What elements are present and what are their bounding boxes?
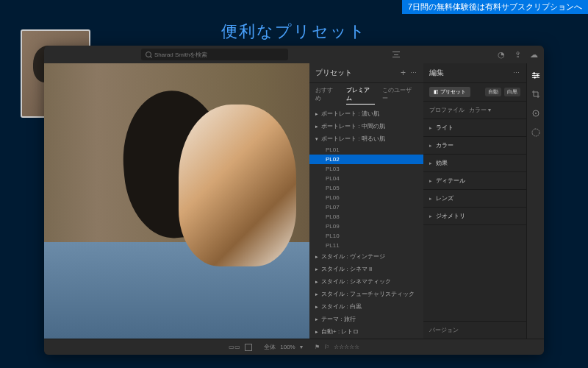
- caret-icon: ▸: [315, 266, 318, 272]
- auto-pill[interactable]: 自動: [485, 88, 501, 96]
- svg-point-4: [536, 74, 538, 77]
- bell-icon[interactable]: ◔: [497, 50, 506, 59]
- search-icon: [146, 52, 151, 57]
- app-window: Sharad Smithを検索 ◔ ⇪ ☁ プリセット + ⋯ おすすめプレミア…: [44, 46, 544, 355]
- caret-icon: ▸: [315, 124, 318, 130]
- heal-tool-icon[interactable]: [531, 109, 540, 118]
- edit-section[interactable]: ▸ライト: [423, 119, 526, 137]
- share-icon[interactable]: ⇪: [513, 50, 522, 59]
- caret-icon: ▸: [315, 291, 318, 297]
- right-toolbar: [526, 63, 544, 339]
- preset-group[interactable]: ▸スタイル : ヴィンテージ: [309, 250, 423, 263]
- preset-item[interactable]: PL11: [309, 241, 423, 250]
- preset-item[interactable]: PL01: [309, 145, 423, 155]
- rating-stars[interactable]: ☆☆☆☆☆: [334, 344, 359, 350]
- presets-panel: プリセット + ⋯ おすすめプレミアムこのユーザー ▸ポートレート : 濃い肌▸…: [309, 63, 423, 339]
- preset-group[interactable]: ▸スタイル : シネマ II: [309, 263, 423, 275]
- preset-item[interactable]: PL10: [309, 231, 423, 241]
- svg-point-8: [532, 129, 539, 136]
- svg-point-3: [533, 72, 535, 74]
- caret-icon: ▸: [429, 160, 432, 166]
- edit-tool-icon[interactable]: [531, 71, 540, 79]
- top-bar: Sharad Smithを検索 ◔ ⇪ ☁: [44, 46, 544, 63]
- caret-icon: ▸: [315, 329, 318, 335]
- profile-value[interactable]: カラー ▾: [469, 106, 491, 114]
- edit-panel: 編集 ⋯ ◧ プリセット 自動 白黒 プロファイル カラー ▾ ▸ライト▸カラー…: [423, 63, 526, 339]
- preset-item[interactable]: PL06: [309, 193, 423, 202]
- preset-tab[interactable]: このユーザー: [382, 86, 417, 105]
- search-placeholder: Sharad Smithを検索: [154, 51, 207, 59]
- edit-section[interactable]: ▸ディテール: [423, 172, 526, 190]
- presets-title: プリセット: [315, 68, 401, 78]
- caret-icon: ▸: [429, 125, 432, 131]
- profile-label: プロファイル: [429, 106, 465, 114]
- preset-tab[interactable]: おすすめ: [315, 86, 339, 105]
- mask-tool-icon[interactable]: [531, 128, 540, 137]
- preset-group[interactable]: ▸ポートレート : 中間の肌: [309, 120, 423, 132]
- filter-icon[interactable]: [392, 52, 400, 57]
- preset-group[interactable]: ▸自動+ : レトロ: [309, 325, 423, 338]
- zoom-fit-label[interactable]: 全体: [264, 343, 276, 351]
- preset-group[interactable]: ▸ポートレート : 濃い肌: [309, 107, 423, 120]
- preset-group[interactable]: ▾ポートレート : 明るい肌: [309, 132, 423, 145]
- preset-item[interactable]: PL08: [309, 212, 423, 222]
- preset-item[interactable]: PL03: [309, 164, 423, 174]
- preset-item[interactable]: PL04: [309, 174, 423, 183]
- search-input[interactable]: Sharad Smithを検索: [141, 49, 288, 60]
- caret-icon: ▸: [315, 316, 318, 322]
- preset-group[interactable]: ▸スタイル : フューチャリスティック: [309, 288, 423, 300]
- preset-item[interactable]: PL05: [309, 183, 423, 193]
- preset-group[interactable]: ▸テーマ : 旅行: [309, 313, 423, 325]
- bw-pill[interactable]: 白黒: [504, 88, 520, 96]
- caret-icon: ▸: [429, 196, 432, 202]
- trial-banner: 7日間の無料体験後は有料サブスクリプションへ: [402, 0, 588, 14]
- single-view-icon[interactable]: [245, 344, 252, 351]
- flag-pick-icon[interactable]: ⚑: [315, 344, 320, 350]
- svg-point-7: [535, 113, 537, 114]
- preset-group[interactable]: ▸スタイル : 白黒: [309, 300, 423, 313]
- edit-section[interactable]: ▸効果: [423, 155, 526, 172]
- filmstrip-icon[interactable]: ▭▭: [229, 344, 240, 350]
- preset-pill[interactable]: ◧ プリセット: [429, 87, 470, 97]
- preset-tab[interactable]: プレミアム: [346, 86, 376, 105]
- zoom-value[interactable]: 100%: [280, 344, 295, 350]
- caret-icon: ▸: [429, 143, 432, 149]
- preset-menu-icon[interactable]: ⋯: [410, 69, 417, 77]
- caret-icon: ▾: [315, 136, 318, 142]
- preset-tabs: おすすめプレミアムこのユーザー: [309, 83, 423, 107]
- add-preset-button[interactable]: +: [401, 68, 406, 78]
- preset-item[interactable]: PL02: [309, 155, 423, 164]
- preset-item[interactable]: PL07: [309, 202, 423, 212]
- edit-section[interactable]: ▸カラー: [423, 137, 526, 155]
- cloud-icon[interactable]: ☁: [529, 50, 538, 59]
- caret-icon: ▸: [429, 178, 432, 184]
- caret-icon: ▸: [429, 213, 432, 219]
- edit-section[interactable]: ▸レンズ: [423, 190, 526, 208]
- caret-icon: ▸: [315, 279, 318, 285]
- version-label[interactable]: バージョン: [423, 321, 526, 339]
- image-canvas[interactable]: [44, 63, 309, 339]
- bottom-bar: ▭▭ 全体 100% ▾ ⚑ ⚐ ☆☆☆☆☆: [44, 339, 544, 355]
- crop-tool-icon[interactable]: [531, 90, 540, 99]
- svg-point-5: [534, 76, 536, 78]
- edit-title: 編集: [429, 68, 513, 78]
- preset-group[interactable]: ▸スタイル : シネマティック: [309, 275, 423, 288]
- caret-icon: ▸: [315, 254, 318, 260]
- edit-section[interactable]: ▸ジオメトリ: [423, 208, 526, 225]
- preset-item[interactable]: PL09: [309, 222, 423, 231]
- flag-reject-icon[interactable]: ⚐: [324, 344, 329, 350]
- edit-menu-icon[interactable]: ⋯: [513, 69, 520, 77]
- caret-icon: ▸: [315, 111, 318, 117]
- caret-icon: ▸: [315, 304, 318, 310]
- zoom-dropdown-icon[interactable]: ▾: [300, 344, 303, 350]
